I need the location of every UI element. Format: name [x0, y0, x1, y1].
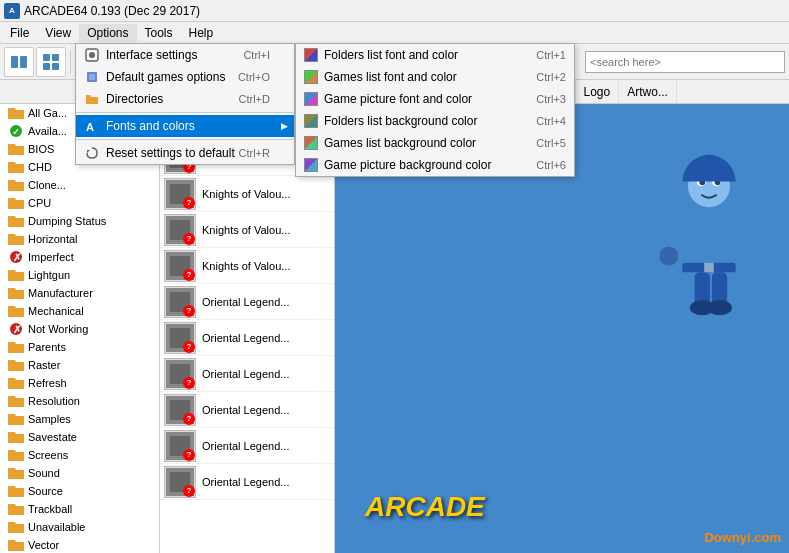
svg-rect-67 — [89, 74, 95, 80]
sidebar-label-samples: Samples — [28, 413, 71, 425]
sidebar-icon-parents — [8, 339, 24, 355]
menu-options[interactable]: Options — [79, 24, 136, 42]
game-row[interactable]: ?Oriental Legend... — [160, 320, 334, 356]
sidebar-icon-all — [8, 105, 24, 121]
svg-text:✗: ✗ — [13, 324, 21, 335]
sidebar-label-screens: Screens — [28, 449, 68, 461]
reset-icon — [84, 145, 100, 161]
game-row[interactable]: ?Oriental Legend... — [160, 284, 334, 320]
menu-bar: File View Options Tools Help — [0, 22, 789, 44]
menu-tools[interactable]: Tools — [137, 24, 181, 42]
search-input[interactable] — [585, 51, 785, 73]
error-badge: ? — [183, 449, 195, 461]
options-interface-label: Interface settings — [106, 48, 197, 62]
color-icon-6 — [304, 158, 318, 172]
sidebar-label-trackball: Trackball — [28, 503, 72, 515]
sidebar-label-all: All Ga... — [28, 107, 67, 119]
col-logo[interactable]: Logo — [576, 80, 620, 103]
svg-rect-5 — [52, 63, 59, 70]
fonts-folders-bg-label: Folders list background color — [324, 114, 477, 128]
fonts-picture-bg-shortcut: Ctrl+6 — [536, 159, 566, 171]
fonts-picture-bg[interactable]: Game picture background color Ctrl+6 — [296, 154, 574, 176]
svg-rect-55 — [671, 220, 684, 249]
game-row[interactable]: ?Oriental Legend... — [160, 464, 334, 500]
options-directories[interactable]: Directories Ctrl+D — [76, 88, 294, 110]
menu-view[interactable]: View — [37, 24, 79, 42]
svg-text:✗: ✗ — [13, 252, 21, 263]
svg-marker-69 — [87, 150, 90, 153]
sidebar-item-lightgun[interactable]: Lightgun — [0, 266, 159, 284]
game-title: Oriental Legend... — [202, 332, 289, 344]
fonts-picture-font[interactable]: Game picture font and color Ctrl+3 — [296, 88, 574, 110]
sidebar-item-imperfect[interactable]: ✗Imperfect — [0, 248, 159, 266]
fonts-folders-font[interactable]: Folders list font and color Ctrl+1 — [296, 44, 574, 66]
game-row[interactable]: ?Knights of Valou... — [160, 176, 334, 212]
sidebar-label-resolution: Resolution — [28, 395, 80, 407]
game-row[interactable]: ?Oriental Legend... — [160, 428, 334, 464]
sidebar-item-dumping[interactable]: Dumping Status — [0, 212, 159, 230]
fonts-picture-font-label: Game picture font and color — [324, 92, 472, 106]
game-title: Oriental Legend... — [202, 296, 289, 308]
sidebar-icon-imperfect: ✗ — [8, 249, 24, 265]
sidebar-icon-refresh — [8, 375, 24, 391]
error-badge: ? — [183, 485, 195, 497]
game-thumbnail: ? — [164, 466, 196, 498]
fonts-folders-font-shortcut: Ctrl+1 — [536, 49, 566, 61]
sidebar-item-cpu[interactable]: CPU — [0, 194, 159, 212]
toolbar-btn-2[interactable] — [36, 47, 66, 77]
sidebar-item-screens[interactable]: Screens — [0, 446, 159, 464]
fonts-folders-bg[interactable]: Folders list background color Ctrl+4 — [296, 110, 574, 132]
options-reset[interactable]: Reset settings to default Ctrl+R — [76, 142, 294, 164]
options-reset-label: Reset settings to default — [106, 146, 235, 160]
sidebar-item-clones[interactable]: Clone... — [0, 176, 159, 194]
sidebar-item-resolution[interactable]: Resolution — [0, 392, 159, 410]
fonts-games-bg-shortcut: Ctrl+5 — [536, 137, 566, 149]
sidebar-item-refresh[interactable]: Refresh — [0, 374, 159, 392]
game-row[interactable]: ?Oriental Legend... — [160, 356, 334, 392]
game-row[interactable]: ?Knights of Valou... — [160, 212, 334, 248]
error-badge: ? — [183, 197, 195, 209]
game-title: Knights of Valou... — [202, 224, 290, 236]
color-icon-4 — [304, 114, 318, 128]
sidebar-item-mechanical[interactable]: Mechanical — [0, 302, 159, 320]
sidebar-item-savestate[interactable]: Savestate — [0, 428, 159, 446]
game-thumbnail: ? — [164, 430, 196, 462]
color-icon-1 — [304, 48, 318, 62]
sidebar-icon-bios — [8, 141, 24, 157]
fonts-games-font-shortcut: Ctrl+2 — [536, 71, 566, 83]
sidebar-icon-vector — [8, 537, 24, 553]
col-artwork[interactable]: Artwo... — [619, 80, 677, 103]
default-icon — [84, 69, 100, 85]
fonts-games-font[interactable]: Games list font and color Ctrl+2 — [296, 66, 574, 88]
sidebar-item-trackball[interactable]: Trackball — [0, 500, 159, 518]
arcade-logo-text: ARCADE — [365, 491, 485, 523]
sidebar-item-source[interactable]: Source — [0, 482, 159, 500]
sidebar-item-horizontal[interactable]: Horizontal — [0, 230, 159, 248]
menu-file[interactable]: File — [2, 24, 37, 42]
game-thumbnail: ? — [164, 358, 196, 390]
game-row[interactable]: ?Knights of Valou... — [160, 248, 334, 284]
sidebar-item-parents[interactable]: Parents — [0, 338, 159, 356]
sidebar-label-raster: Raster — [28, 359, 60, 371]
sidebar: All Ga...✓Availa...BIOSCHDClone...CPUDum… — [0, 104, 160, 553]
options-sep-2 — [76, 139, 294, 140]
sidebar-item-samples[interactable]: Samples — [0, 410, 159, 428]
game-row[interactable]: ?Oriental Legend... — [160, 392, 334, 428]
sidebar-item-sound[interactable]: Sound — [0, 464, 159, 482]
svg-rect-4 — [43, 63, 50, 70]
sidebar-item-manufacturer[interactable]: Manufacturer — [0, 284, 159, 302]
sidebar-item-raster[interactable]: Raster — [0, 356, 159, 374]
options-fonts[interactable]: A Fonts and colors — [76, 115, 294, 137]
svg-text:✓: ✓ — [12, 127, 20, 137]
options-default[interactable]: Default games options Ctrl+O — [76, 66, 294, 88]
error-badge: ? — [183, 305, 195, 317]
error-badge: ? — [183, 413, 195, 425]
sidebar-item-vector[interactable]: Vector — [0, 536, 159, 553]
sidebar-item-unavailable[interactable]: Unavailable — [0, 518, 159, 536]
sidebar-icon-horizontal — [8, 231, 24, 247]
menu-help[interactable]: Help — [181, 24, 222, 42]
options-interface[interactable]: Interface settings Ctrl+I — [76, 44, 294, 66]
sidebar-item-notworking[interactable]: ✗Not Working — [0, 320, 159, 338]
toolbar-btn-1[interactable] — [4, 47, 34, 77]
fonts-games-bg[interactable]: Games list background color Ctrl+5 — [296, 132, 574, 154]
